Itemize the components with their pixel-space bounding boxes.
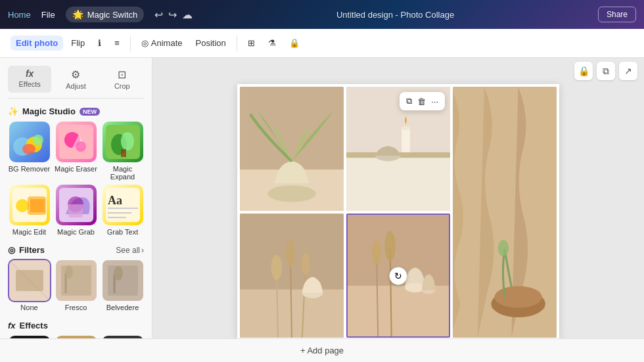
export-icon: ↗ <box>624 66 632 76</box>
menu-button[interactable]: ≡ <box>109 35 125 51</box>
filters-icon: ◎ <box>8 245 15 255</box>
chevron-right-icon: › <box>141 246 144 255</box>
filters-label: Filters <box>19 245 45 255</box>
svg-rect-29 <box>108 265 138 296</box>
nav-history: ↩ ↪ ☁ <box>154 9 193 21</box>
auto-focus-thumb <box>56 336 97 338</box>
adjust-tab-icon: ⚙ <box>71 68 80 81</box>
cell4-svg <box>240 214 344 338</box>
filter-belvedere-thumb <box>103 260 143 301</box>
nav-home[interactable]: Home <box>8 10 31 20</box>
magic-studio-header: ✨ Magic Studio NEW <box>8 106 144 116</box>
toolbar-separator-1 <box>130 35 131 51</box>
collage-cell-1[interactable] <box>240 87 344 211</box>
svg-point-6 <box>76 141 86 152</box>
svg-point-52 <box>402 126 410 130</box>
adjust-tab-label: Adjust <box>66 82 86 90</box>
collage-cell-3[interactable] <box>453 87 557 338</box>
canvas-export-button[interactable]: ↗ <box>619 62 637 80</box>
feature-magic-expand[interactable]: Magic Expand <box>101 122 144 181</box>
lock-icon-button[interactable]: 🔒 <box>284 35 305 51</box>
nav-title: Untitled design - Photo Collage <box>336 10 454 20</box>
filter-belvedere[interactable]: Belvedere <box>101 260 144 311</box>
canvas-lock-button[interactable]: 🔒 <box>574 62 593 80</box>
filters-grid: None Fresco <box>8 260 144 311</box>
navbar: Home File 🌟 Magic Switch ↩ ↪ ☁ Untitled … <box>0 0 644 29</box>
crop-tab-label: Crop <box>114 82 130 90</box>
feature-magic-grab[interactable]: Magic Grab <box>55 185 97 236</box>
position-button[interactable]: Position <box>191 35 231 51</box>
feature-magic-edit[interactable]: Magic Edit <box>8 185 51 236</box>
redo-button[interactable]: ↪ <box>168 9 177 21</box>
filter-icon-button[interactable]: ⚗ <box>263 35 281 51</box>
magic-studio-grid: BG Remover Magic Eraser <box>8 122 144 236</box>
magic-switch-icon: 🌟 <box>72 9 83 20</box>
svg-rect-42 <box>103 336 143 338</box>
effects-tab-label: Effects <box>18 80 40 88</box>
magic-edit-thumb <box>9 185 50 225</box>
add-page-button[interactable]: + Add page <box>292 343 352 358</box>
effect-blur[interactable]: Blur <box>101 336 144 338</box>
share-button[interactable]: Share <box>598 7 636 22</box>
collage-cell-2[interactable]: ⧉ 🗑 ··· <box>346 87 450 211</box>
collage-cell-4[interactable] <box>240 214 344 338</box>
canvas-copy-button[interactable]: ⧉ <box>597 62 615 80</box>
tab-adjust[interactable]: ⚙ Adjust <box>54 66 97 93</box>
cell2-toolbar: ⧉ 🗑 ··· <box>400 92 445 110</box>
magic-edit-label: Magic Edit <box>12 228 46 236</box>
filter-icon: ⚗ <box>268 38 276 48</box>
cloud-save-icon[interactable]: ☁ <box>182 9 193 21</box>
tab-crop[interactable]: ⊡ Crop <box>101 66 144 93</box>
copy-icon: ⧉ <box>603 66 609 77</box>
grid-icon-button[interactable]: ⊞ <box>242 35 260 51</box>
nav-magic-switch[interactable]: 🌟 Magic Switch <box>66 7 145 22</box>
cell-more-btn[interactable]: ··· <box>430 95 440 108</box>
filter-fresco-thumb <box>56 260 97 301</box>
feature-bg-remover[interactable]: BG Remover <box>8 122 51 181</box>
collage-cell-5[interactable]: ↻ <box>346 214 450 338</box>
feature-magic-eraser[interactable]: Magic Eraser <box>55 122 97 181</box>
effects-label: Effects <box>20 321 48 330</box>
svg-point-3 <box>33 135 43 145</box>
magic-grab-svg <box>56 185 97 225</box>
cell-copy-btn[interactable]: ⧉ <box>405 95 413 108</box>
feature-grab-text[interactable]: Aa Grab Text <box>101 185 144 236</box>
filter-fresco[interactable]: Fresco <box>55 260 97 311</box>
svg-point-65 <box>302 253 310 275</box>
filter-belvedere-label: Belvedere <box>106 304 139 311</box>
blur-svg <box>103 336 143 338</box>
cell1-svg <box>240 87 344 211</box>
edit-photo-button[interactable]: Edit photo <box>11 35 63 51</box>
svg-point-2 <box>22 144 35 154</box>
svg-rect-38 <box>56 336 97 338</box>
panel-tabs: fx Effects ⚙ Adjust ⊡ Crop <box>8 66 144 99</box>
magic-eraser-label: Magic Eraser <box>55 165 97 173</box>
filter-none-label: None <box>20 304 37 311</box>
undo-button[interactable]: ↩ <box>154 9 163 21</box>
cell-delete-btn[interactable]: 🗑 <box>416 95 427 108</box>
effect-shadows[interactable]: Shadows <box>8 336 51 338</box>
filters-see-all[interactable]: See all › <box>116 246 144 255</box>
lock-icon: 🔒 <box>578 66 589 76</box>
tab-effects[interactable]: fx Effects <box>8 66 51 93</box>
effect-auto-focus[interactable]: Auto Focus <box>55 336 97 338</box>
grab-text-thumb: Aa <box>103 185 143 225</box>
menu-icon: ≡ <box>114 38 120 48</box>
svg-point-61 <box>271 255 283 280</box>
filter-fresco-label: Fresco <box>65 304 87 311</box>
info-button[interactable]: ℹ <box>93 35 106 51</box>
flip-button[interactable]: Flip <box>66 35 90 51</box>
nav-file[interactable]: File <box>41 10 55 20</box>
bg-remover-svg <box>9 122 50 162</box>
animate-button[interactable]: ◎ Animate <box>136 35 188 51</box>
filter-none[interactable]: None <box>8 260 51 311</box>
bottom-bar: + Add page <box>0 338 644 362</box>
navbar-left: Home File 🌟 Magic Switch ↩ ↪ ☁ <box>8 7 193 22</box>
cell-rotate-handle[interactable]: ↻ <box>389 267 407 285</box>
magic-edit-svg <box>9 185 50 225</box>
svg-rect-10 <box>121 149 126 157</box>
filters-title: ◎ Filters <box>8 245 45 255</box>
bg-remover-thumb <box>9 122 50 162</box>
svg-rect-18 <box>108 208 138 209</box>
magic-switch-label: Magic Switch <box>87 10 138 20</box>
